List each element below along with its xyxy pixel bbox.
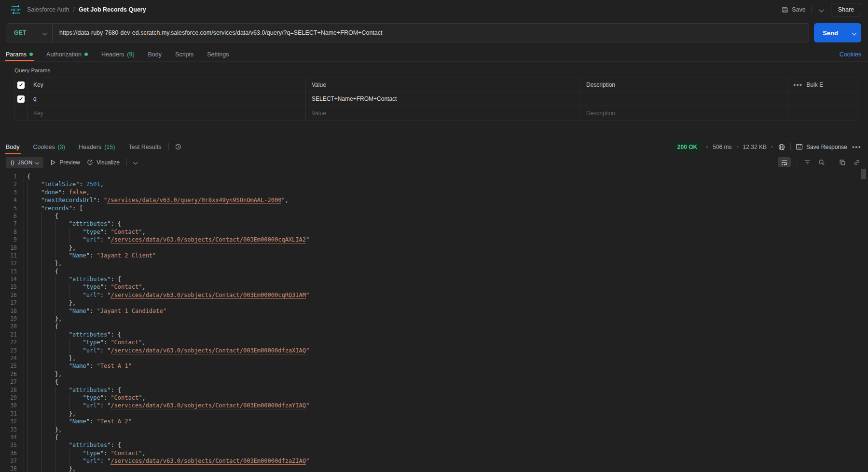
- tab-body[interactable]: Body: [148, 47, 162, 61]
- code-line: 5"records": [: [0, 204, 868, 212]
- param-description-field[interactable]: Description: [580, 106, 788, 120]
- chevron-down-icon: [819, 7, 824, 12]
- tab-authorization[interactable]: Authorization: [46, 47, 88, 61]
- json-token: url: [86, 347, 97, 354]
- response-tab-cookies[interactable]: Cookies(3): [33, 139, 65, 154]
- save-options-button[interactable]: [817, 6, 826, 13]
- chevron-down-icon: [35, 160, 39, 164]
- send-options-button[interactable]: [847, 23, 861, 42]
- indent-guide: [27, 244, 41, 252]
- json-token: url: [86, 292, 97, 298]
- indent-guide: [27, 236, 41, 243]
- tab-headers[interactable]: Headers(9): [101, 47, 135, 61]
- response-body-code[interactable]: 1{2"totalSize": 2501,3"done": false,4"ne…: [0, 170, 868, 472]
- method-selector[interactable]: GET: [6, 24, 53, 42]
- chevron-down-icon[interactable]: [133, 160, 138, 165]
- search-button[interactable]: [817, 158, 826, 167]
- send-button[interactable]: Send: [814, 23, 847, 42]
- breadcrumb-collection[interactable]: Salesforce Auth: [27, 6, 69, 13]
- json-link[interactable]: /services/data/v63.0/sobjects/Contact/00…: [110, 402, 306, 409]
- code-text: "Name": "Jayant 2 Client": [24, 252, 156, 259]
- json-token: : [: [72, 205, 83, 212]
- json-link[interactable]: /services/data/v63.0/sobjects/Contact/00…: [110, 347, 306, 354]
- table-row: ✓ q SELECT+Name+FROM+Contact: [15, 92, 857, 106]
- preview-button[interactable]: Preview: [50, 159, 80, 166]
- response-time[interactable]: 506 ms: [713, 144, 731, 150]
- json-token: {: [55, 378, 58, 385]
- line-number: 11: [0, 252, 24, 259]
- row-checkbox[interactable]: ✓: [17, 95, 25, 103]
- json-token: ": [86, 418, 90, 425]
- indent-guide: [55, 275, 69, 283]
- response-scrollbar[interactable]: [861, 168, 866, 470]
- status-badge[interactable]: 200 OK: [673, 142, 702, 152]
- json-link[interactable]: /services/data/v63.0/query/0r8xx49yn9SOn…: [107, 197, 281, 204]
- scrollbar-thumb[interactable]: [861, 169, 866, 179]
- history-icon[interactable]: [175, 143, 182, 150]
- param-key-field[interactable]: Key: [28, 106, 306, 120]
- wrap-text-toggle[interactable]: [778, 157, 791, 167]
- indent-guide: [55, 457, 69, 465]
- param-key-field[interactable]: q: [28, 92, 306, 106]
- json-token: ": [306, 458, 309, 464]
- save-response-button[interactable]: Save Response: [796, 144, 847, 150]
- network-icon[interactable]: [778, 143, 785, 151]
- code-text: },: [24, 315, 62, 323]
- format-dropdown[interactable]: {} JSON: [6, 157, 43, 168]
- json-token: ": [281, 197, 285, 203]
- line-number: 23: [0, 347, 24, 354]
- copy-button[interactable]: [838, 158, 847, 167]
- response-tab-headers[interactable]: Headers(15): [79, 139, 115, 154]
- indent-guide: [55, 220, 69, 228]
- request-title[interactable]: Get Job Records Query: [79, 6, 146, 13]
- json-link[interactable]: /services/data/v63.0/sobjects/Contact/00…: [110, 458, 306, 465]
- param-description-field[interactable]: [580, 92, 788, 106]
- json-token: ": [86, 252, 90, 259]
- response-tab-body[interactable]: Body: [6, 139, 20, 154]
- json-token: : {: [110, 387, 121, 393]
- response-size[interactable]: 12.32 KB: [743, 144, 767, 150]
- visualize-button[interactable]: Visualize: [87, 159, 120, 166]
- json-token: "Contact": [110, 450, 142, 457]
- breadcrumb-separator: /: [73, 6, 75, 13]
- select-all-checkbox[interactable]: ✓: [17, 81, 25, 89]
- url-input[interactable]: https://data-ruby-7680-dev-ed.scratch.my…: [53, 24, 809, 42]
- code-line: 6{: [0, 212, 868, 220]
- json-token: {: [55, 213, 58, 219]
- bulk-edit-button[interactable]: ●●● Bulk Edit: [788, 78, 823, 92]
- json-token: },: [55, 315, 62, 322]
- indent-guide: [41, 315, 55, 323]
- line-number: 36: [0, 449, 24, 457]
- code-text: "type": "Contact",: [24, 394, 146, 402]
- link-button[interactable]: [853, 158, 861, 167]
- line-number: 13: [0, 268, 24, 275]
- param-value-field[interactable]: Value: [306, 106, 580, 120]
- tab-params[interactable]: Params: [6, 47, 33, 61]
- tab-scripts[interactable]: Scripts: [175, 47, 193, 61]
- json-token: "Contact": [110, 394, 142, 401]
- bulk-edit-label: Bulk Edit: [806, 81, 823, 88]
- filter-button[interactable]: [803, 158, 812, 166]
- line-number: 16: [0, 291, 24, 299]
- save-button[interactable]: Save: [781, 4, 807, 15]
- json-token: "Jayant 1 Candidate": [97, 308, 167, 314]
- indent-guide: [27, 457, 41, 465]
- share-button[interactable]: Share: [831, 3, 861, 16]
- response-tab-test-results[interactable]: Test Results: [128, 139, 161, 154]
- json-token: attributes: [72, 331, 107, 338]
- http-method-icon: HTTP: [10, 4, 22, 15]
- search-icon: [818, 159, 825, 166]
- json-link[interactable]: /services/data/v63.0/sobjects/Contact/00…: [110, 236, 306, 243]
- json-token: ": [96, 458, 100, 464]
- tab-settings[interactable]: Settings: [207, 47, 229, 61]
- param-value-field[interactable]: SELECT+Name+FROM+Contact: [306, 92, 580, 106]
- json-token: {: [27, 173, 30, 180]
- json-token: type: [86, 394, 100, 401]
- line-number: 15: [0, 283, 24, 291]
- line-number: 27: [0, 378, 24, 386]
- indent-guide: [27, 331, 41, 338]
- more-icon[interactable]: ●●●: [852, 145, 861, 149]
- json-token: ": [69, 442, 72, 448]
- cookies-link[interactable]: Cookies: [840, 51, 861, 58]
- json-link[interactable]: /services/data/v63.0/sobjects/Contact/00…: [110, 292, 306, 299]
